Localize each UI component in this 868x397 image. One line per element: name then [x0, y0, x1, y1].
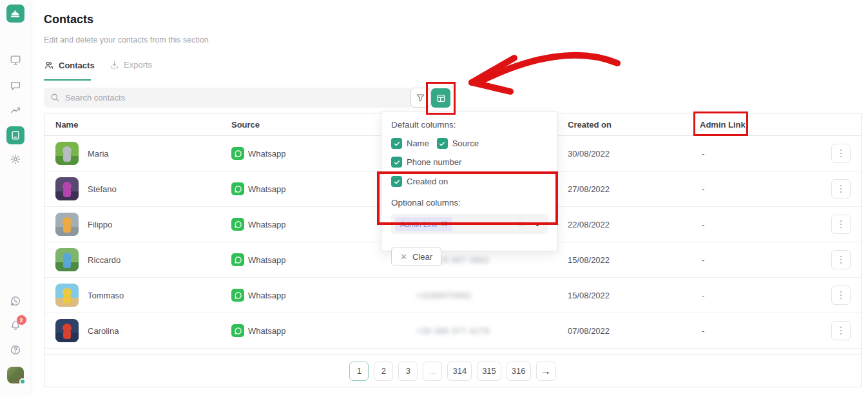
row-actions-button[interactable]: [831, 286, 851, 305]
contact-name: Tommaso: [88, 291, 124, 300]
checkbox-checked-icon: [437, 138, 448, 149]
sidebar-item-whatsapp[interactable]: [0, 295, 30, 307]
page-ellipsis[interactable]: ...: [423, 362, 442, 381]
contact-admin-link: -: [702, 326, 704, 336]
monitor-icon: [10, 54, 21, 66]
next-page-button[interactable]: →: [536, 362, 556, 381]
page-button-3[interactable]: 3: [398, 362, 418, 381]
contact-created-on: 15/08/2022: [568, 291, 610, 300]
contact-admin-link: -: [702, 255, 704, 265]
clear-button-label: Clear: [412, 252, 432, 262]
sidebar-item-conversations[interactable]: [0, 80, 30, 92]
page-button-315[interactable]: 315: [477, 362, 501, 381]
search-bar: [44, 88, 412, 108]
column-header-admin-link[interactable]: Admin Link: [700, 120, 746, 130]
checkbox-source[interactable]: Source: [437, 138, 479, 149]
contact-source: Whatsapp: [248, 184, 286, 194]
cloche-logo-icon: [6, 5, 24, 23]
chat-bubble-icon: [10, 80, 21, 92]
contact-source: Whatsapp: [248, 291, 286, 300]
contact-source: Whatsapp: [248, 255, 286, 265]
column-header-source[interactable]: Source: [231, 120, 260, 130]
page-button-1[interactable]: 1: [349, 362, 369, 381]
page-button-2[interactable]: 2: [374, 362, 393, 381]
contact-avatar: [55, 248, 79, 271]
page-button-316[interactable]: 316: [506, 362, 531, 381]
checkbox-created-on[interactable]: Created on: [391, 176, 448, 187]
columns-button[interactable]: [431, 88, 450, 108]
admin-link-tag-label: Admin Link: [400, 220, 437, 228]
admin-link-tag: Admin Link ✕: [395, 217, 452, 231]
gear-icon: [10, 153, 21, 165]
contact-admin-link: -: [702, 291, 704, 300]
default-columns-label: Default columns:: [391, 120, 548, 130]
online-status-dot: [19, 378, 26, 385]
contact-admin-link: -: [702, 220, 704, 229]
checkbox-checked-icon: [391, 138, 402, 149]
table-row[interactable]: Tommaso Whatsapp +3298970662 15/08/2022 …: [44, 278, 861, 313]
checkbox-label: Created on: [407, 177, 448, 186]
tab-contacts-label: Contacts: [59, 61, 95, 70]
contact-name: Carolina: [88, 326, 119, 336]
remove-tag-icon[interactable]: ✕: [441, 220, 447, 228]
contact-source: Whatsapp: [248, 326, 286, 336]
sidebar-item-notifications[interactable]: 2: [0, 320, 30, 334]
table-row[interactable]: Carolina Whatsapp +39 366 977 4279 07/08…: [44, 313, 861, 349]
checkbox-phone-number[interactable]: Phone number: [391, 157, 461, 168]
tab-exports[interactable]: Exports: [110, 60, 152, 70]
sidebar-item-analytics[interactable]: [0, 104, 30, 116]
contact-created-on: 30/08/2022: [568, 149, 610, 159]
trending-up-icon: [10, 104, 21, 116]
contact-created-on: 07/08/2022: [568, 326, 610, 336]
contact-avatar: [55, 319, 79, 342]
columns-popup: Default columns: Name Source Phone numbe…: [381, 111, 558, 251]
avatar: [7, 367, 24, 383]
search-input[interactable]: [65, 93, 406, 102]
optional-columns-select[interactable]: Admin Link ✕ ✕: [391, 214, 548, 234]
sidebar-item-dashboard[interactable]: [0, 54, 30, 66]
contact-created-on: 15/08/2022: [568, 255, 610, 265]
page-subtitle: Edit and delete your contacts from this …: [44, 35, 209, 44]
arrow-right-icon: →: [541, 365, 551, 376]
sidebar-item-help[interactable]: [0, 344, 30, 356]
contact-created-on: 27/08/2022: [568, 184, 610, 194]
sidebar-item-contacts[interactable]: [0, 126, 30, 144]
people-icon: [44, 60, 54, 70]
checkbox-checked-icon: [391, 176, 402, 187]
download-icon: [110, 60, 119, 70]
contact-name: Maria: [88, 149, 109, 159]
user-avatar[interactable]: [0, 367, 30, 383]
contact-phone: +3298970662: [416, 291, 471, 300]
column-header-name[interactable]: Name: [55, 120, 78, 130]
filter-button[interactable]: [410, 88, 430, 108]
sidebar-item-settings[interactable]: [0, 153, 30, 165]
contact-name: Filippo: [88, 220, 112, 229]
page-button-314[interactable]: 314: [447, 362, 472, 381]
row-actions-button[interactable]: [831, 215, 851, 234]
clear-button[interactable]: ✕ Clear: [391, 247, 441, 266]
whatsapp-icon: [10, 295, 21, 307]
row-actions-button[interactable]: [831, 321, 851, 340]
row-actions-button[interactable]: [831, 144, 851, 163]
checkbox-label: Phone number: [407, 157, 461, 167]
funnel-icon: [416, 93, 425, 102]
tab-contacts[interactable]: Contacts: [44, 60, 95, 70]
column-header-created-on[interactable]: Created on: [568, 120, 612, 130]
chevron-down-icon[interactable]: [534, 220, 541, 228]
whatsapp-source-icon: [231, 289, 244, 302]
checkbox-name[interactable]: Name: [391, 138, 429, 149]
help-icon: [10, 344, 21, 356]
page-title: Contacts: [44, 13, 93, 26]
row-actions-button[interactable]: [831, 250, 851, 269]
optional-columns-label: Optional columns:: [391, 198, 548, 208]
next-row-peek: [44, 349, 861, 354]
row-actions-button[interactable]: [831, 179, 851, 198]
whatsapp-source-icon: [231, 324, 244, 337]
contact-created-on: 22/08/2022: [568, 220, 610, 229]
contacts-book-icon: [6, 126, 24, 144]
app-logo[interactable]: [0, 5, 30, 23]
contact-name: Riccardo: [88, 255, 121, 265]
clear-select-icon[interactable]: ✕: [518, 219, 525, 229]
table-columns-icon: [436, 93, 446, 103]
whatsapp-source-icon: [231, 182, 244, 195]
